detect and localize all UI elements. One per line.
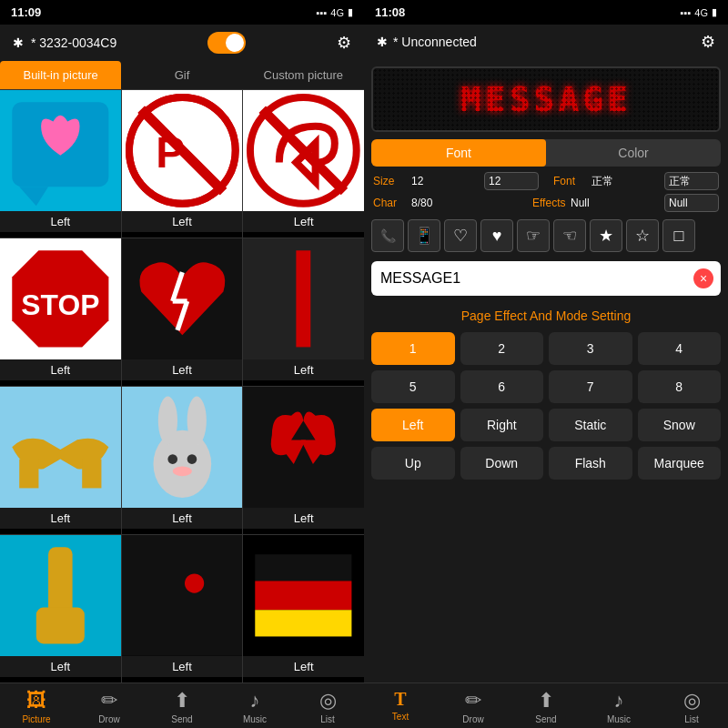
nav-list[interactable]: ◎ List xyxy=(291,689,364,724)
font-value: 正常 xyxy=(592,174,659,189)
r-nav-music-label: Music xyxy=(607,714,631,724)
svg-point-22 xyxy=(167,454,177,464)
left-network: 4G xyxy=(330,7,344,18)
grid-label: Left xyxy=(243,359,364,380)
nav-send[interactable]: ⬆ Send xyxy=(146,689,218,724)
nav-picture[interactable]: 🖼 Picture xyxy=(0,689,73,724)
svg-point-19 xyxy=(153,430,211,498)
effect-btn-up[interactable]: Up xyxy=(371,447,455,480)
image-grid: Left P Left Left xyxy=(0,90,364,682)
draw-icon: ✏ xyxy=(101,689,117,713)
star-filled-icon-btn[interactable]: ★ xyxy=(590,219,622,252)
list-item[interactable]: Left xyxy=(0,387,121,534)
char-label: Char xyxy=(373,197,406,209)
clear-input-button[interactable]: × xyxy=(693,268,713,288)
heart-filled-icon-btn[interactable]: ♥ xyxy=(480,219,513,252)
font-label: Font xyxy=(553,175,586,187)
svg-text:STOP: STOP xyxy=(21,288,99,321)
grid-image-no-park: P xyxy=(122,90,243,211)
device-name: * 3232-0034C9 xyxy=(31,35,116,50)
heart-outline-icon-btn[interactable]: ♡ xyxy=(444,219,477,252)
effect-btn-right[interactable]: Right xyxy=(460,409,544,441)
list-item[interactable]: Left xyxy=(0,90,121,238)
mobile-icon-btn[interactable]: 📱 xyxy=(408,219,440,252)
effect-btn-3[interactable]: 3 xyxy=(549,332,632,365)
r-nav-list[interactable]: ◎ List xyxy=(655,689,728,724)
grid-image-no-uturn xyxy=(243,90,364,211)
grid-image-red-bar xyxy=(243,238,364,359)
list-item[interactable]: Left xyxy=(243,238,364,386)
list-item[interactable]: Left xyxy=(122,535,243,682)
grid-label: Left xyxy=(243,656,364,677)
bluetooth-icon: ✱ xyxy=(13,35,24,50)
effect-btn-5[interactable]: 5 xyxy=(371,370,455,403)
list-item[interactable]: Left xyxy=(122,387,243,534)
effect-btn-4[interactable]: 4 xyxy=(638,332,722,365)
led-display-inner: MESSAGE xyxy=(373,68,719,130)
left-bottom-nav: 🖼 Picture ✏ Drow ⬆ Send ♪ Music ◎ List xyxy=(0,682,364,728)
r-nav-send[interactable]: ⬆ Send xyxy=(510,689,582,724)
tab-gif[interactable]: Gif xyxy=(121,61,242,89)
r-nav-text[interactable]: T Text xyxy=(364,689,437,724)
effect-btn-snow[interactable]: Snow xyxy=(638,409,722,441)
svg-rect-32 xyxy=(256,610,352,636)
effect-btn-2[interactable]: 2 xyxy=(460,332,544,365)
svg-rect-27 xyxy=(36,608,85,644)
right-panel: 11:08 ▪▪▪ 4G ▮ ✱ * Unconnected ⚙ MESSAGE… xyxy=(364,0,728,728)
r-nav-music[interactable]: ♪ Music xyxy=(582,689,655,724)
effect-btn-7[interactable]: 7 xyxy=(549,370,632,403)
phone-icon-btn[interactable]: 📞 xyxy=(371,219,404,252)
effect-btn-6[interactable]: 6 xyxy=(460,370,544,403)
nav-music[interactable]: ♪ Music xyxy=(218,689,291,724)
effect-btn-flash[interactable]: Flash xyxy=(549,447,632,480)
effect-btn-static[interactable]: Static xyxy=(549,409,632,441)
size-dropdown[interactable]: 121620 xyxy=(484,172,539,190)
right-time: 11:08 xyxy=(375,5,405,19)
section-title: Page Effect And Mode Setting xyxy=(364,308,728,323)
list-item[interactable]: Left xyxy=(243,90,364,238)
nav-draw-label: Drow xyxy=(98,714,119,724)
settings-button[interactable]: ⚙ xyxy=(337,33,351,53)
list-item[interactable]: P Left xyxy=(122,90,243,238)
music-icon: ♪ xyxy=(250,689,260,713)
picture-icon: 🖼 xyxy=(26,689,46,713)
effects-dropdown[interactable]: NullBlink xyxy=(664,194,719,212)
led-text: MESSAGE xyxy=(460,79,632,119)
tab-custom-picture[interactable]: Custom picture xyxy=(243,61,364,89)
effect-btn-8[interactable]: 8 xyxy=(638,370,722,403)
tab-color[interactable]: Color xyxy=(546,139,721,167)
point-right-icon-btn[interactable]: ☞ xyxy=(517,219,550,252)
nav-music-label: Music xyxy=(243,714,267,724)
point-left-icon-btn[interactable]: ☜ xyxy=(553,219,586,252)
r-nav-draw[interactable]: ✏ Drow xyxy=(437,689,510,724)
left-battery-icon: ▮ xyxy=(348,6,353,18)
font-dropdown[interactable]: 正常Bold xyxy=(664,172,719,190)
square-icon-btn[interactable]: □ xyxy=(662,219,695,252)
toggle-switch[interactable] xyxy=(207,32,246,54)
star-outline-icon-btn[interactable]: ☆ xyxy=(626,219,659,252)
list-item[interactable]: Left xyxy=(0,535,121,682)
list-item[interactable]: Left xyxy=(243,387,364,534)
grid-image-finger xyxy=(0,535,121,656)
svg-point-21 xyxy=(187,397,206,445)
list-item[interactable]: STOP Left xyxy=(0,238,121,386)
tab-font[interactable]: Font xyxy=(371,139,546,167)
effect-btn-down[interactable]: Down xyxy=(460,447,544,480)
right-network: 4G xyxy=(694,7,708,18)
list-item[interactable]: Left xyxy=(122,238,243,386)
nav-list-label: List xyxy=(320,714,335,724)
effect-btn-marquee[interactable]: Marquee xyxy=(638,447,722,480)
effect-btn-left[interactable]: Left xyxy=(371,409,455,441)
left-time: 11:09 xyxy=(11,5,41,19)
list-item[interactable]: Left xyxy=(243,535,364,682)
svg-point-29 xyxy=(185,573,204,592)
grid-label: Left xyxy=(122,211,243,232)
nav-draw[interactable]: ✏ Drow xyxy=(73,689,146,724)
tab-builtin-picture[interactable]: Built-in picture xyxy=(0,61,121,89)
message-input[interactable] xyxy=(371,261,721,296)
svg-rect-14 xyxy=(297,250,311,347)
effects-label: Effects xyxy=(532,197,565,209)
right-settings-button[interactable]: ⚙ xyxy=(701,32,715,52)
effect-btn-1[interactable]: 1 xyxy=(371,332,455,365)
bluetooth-unconnected-icon: ✱ xyxy=(377,35,388,49)
